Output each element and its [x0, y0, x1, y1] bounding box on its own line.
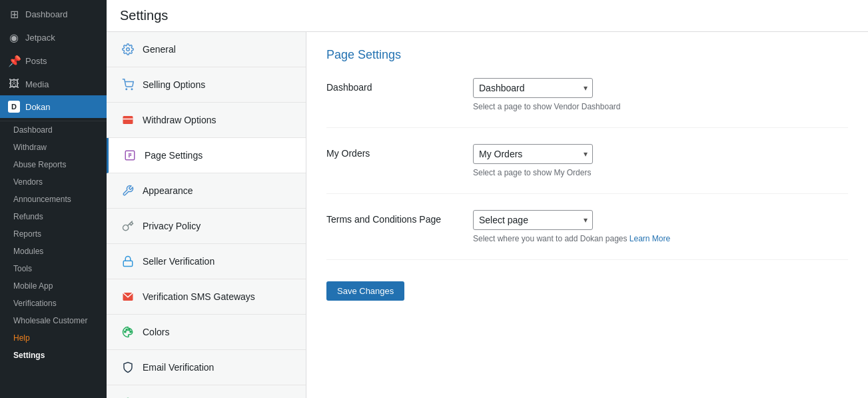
email-verification-icon — [120, 359, 136, 375]
svg-point-2 — [131, 89, 133, 90]
settings-nav: General Selling Options Withdraw Options — [107, 32, 306, 398]
sidebar-sub-settings[interactable]: Settings — [0, 347, 107, 364]
sidebar-item-dokan[interactable]: D Dokan — [0, 95, 107, 118]
settings-nav-seller-verification[interactable]: Seller Verification — [107, 244, 306, 279]
settings-nav-colors[interactable]: Colors — [107, 315, 306, 350]
content-area: General Selling Options Withdraw Options — [107, 32, 868, 398]
page-settings-label: Page Settings — [145, 150, 203, 161]
sidebar-item-media[interactable]: 🖼 Media — [0, 73, 107, 95]
sidebar-sub-verifications[interactable]: Verifications — [0, 295, 107, 312]
sidebar-sub-reports[interactable]: Reports — [0, 225, 107, 243]
page-title: Settings — [120, 8, 855, 23]
sidebar-item-dashboard-label: Dashboard — [25, 9, 68, 19]
privacy-icon — [120, 218, 136, 234]
sidebar-top-items: ⊞ Dashboard ◉ Jetpack 📌 Posts 🖼 Media D … — [0, 0, 107, 121]
settings-nav-social-api[interactable]: Social API — [107, 385, 306, 398]
general-label: General — [143, 44, 176, 55]
terms-select[interactable]: Select page Terms and Conditions Privacy… — [473, 210, 593, 230]
settings-content-panel: Page Settings Dashboard Dashboard My Acc… — [306, 32, 868, 398]
selling-options-label: Selling Options — [143, 79, 205, 90]
email-verification-label: Email Verification — [143, 362, 214, 373]
sidebar-item-jetpack[interactable]: ◉ Jetpack — [0, 26, 107, 49]
cart-icon — [120, 77, 136, 93]
verification-sms-label: Verification SMS Gateways — [143, 291, 255, 302]
dashboard-setting-row: Dashboard Dashboard My Account Shop Sele… — [326, 78, 848, 128]
terms-setting-label: Terms and Conditions Page — [326, 210, 473, 225]
sidebar-sub-items: Dashboard Withdraw Abuse Reports Vendors… — [0, 121, 107, 364]
sidebar-sub-wholesale-customer[interactable]: Wholesale Customer — [0, 312, 107, 329]
posts-icon: 📌 — [8, 55, 20, 67]
sidebar-sub-abuse-reports[interactable]: Abuse Reports — [0, 156, 107, 173]
settings-nav-email-verification[interactable]: Email Verification — [107, 350, 306, 385]
gear-icon — [120, 41, 136, 57]
sidebar-item-dokan-label: Dokan — [25, 102, 51, 112]
withdraw-icon — [120, 112, 136, 128]
settings-nav-selling-options[interactable]: Selling Options — [107, 67, 306, 103]
svg-point-1 — [126, 89, 127, 90]
svg-rect-8 — [123, 261, 133, 266]
privacy-policy-label: Privacy Policy — [143, 221, 201, 231]
settings-nav-verification-sms[interactable]: Verification SMS Gateways — [107, 279, 306, 315]
my-orders-setting-label: My Orders — [326, 144, 473, 159]
sidebar-sub-dashboard[interactable]: Dashboard — [0, 121, 107, 139]
terms-setting-control: Select page Terms and Conditions Privacy… — [473, 210, 848, 243]
svg-point-0 — [127, 48, 130, 51]
terms-select-wrapper: Select page Terms and Conditions Privacy… — [473, 210, 593, 230]
jetpack-icon: ◉ — [8, 31, 20, 44]
page-settings-title: Page Settings — [326, 48, 848, 62]
page-icon — [122, 147, 138, 163]
admin-sidebar: ⊞ Dashboard ◉ Jetpack 📌 Posts 🖼 Media D … — [0, 0, 107, 398]
terms-help-text: Select where you want to add Dokan pages… — [473, 234, 848, 243]
dashboard-setting-control: Dashboard My Account Shop Select a page … — [473, 78, 848, 111]
media-icon: 🖼 — [8, 78, 20, 90]
dashboard-icon: ⊞ — [8, 8, 20, 21]
sidebar-sub-withdraw[interactable]: Withdraw — [0, 139, 107, 156]
settings-nav-page-settings[interactable]: Page Settings — [107, 138, 306, 173]
sidebar-sub-refunds[interactable]: Refunds — [0, 208, 107, 225]
sidebar-item-dashboard[interactable]: ⊞ Dashboard — [0, 3, 107, 26]
settings-nav-privacy-policy[interactable]: Privacy Policy — [107, 209, 306, 244]
colors-label: Colors — [143, 327, 169, 337]
terms-help-text-content: Select where you want to add Dokan pages — [473, 234, 627, 243]
save-button-wrapper: Save Changes — [326, 276, 848, 301]
main-content: Settings General Selling Options — [107, 0, 868, 398]
sidebar-sub-mobile-app[interactable]: Mobile App — [0, 277, 107, 295]
settings-nav-general[interactable]: General — [107, 32, 306, 67]
dokan-icon: D — [8, 101, 20, 113]
appearance-icon — [120, 183, 136, 199]
svg-point-10 — [125, 331, 126, 333]
my-orders-setting-row: My Orders My Orders Dashboard Shop Selec… — [326, 144, 848, 194]
dashboard-select[interactable]: Dashboard My Account Shop — [473, 78, 593, 98]
svg-rect-3 — [123, 116, 133, 124]
sms-icon — [120, 289, 136, 305]
terms-setting-row: Terms and Conditions Page Select page Te… — [326, 210, 848, 260]
sidebar-item-posts-label: Posts — [25, 56, 47, 66]
sidebar-item-jetpack-label: Jetpack — [25, 33, 55, 43]
save-changes-button[interactable]: Save Changes — [326, 281, 404, 301]
sidebar-sub-vendors[interactable]: Vendors — [0, 173, 107, 191]
svg-point-11 — [126, 329, 127, 331]
sidebar-sub-announcements[interactable]: Announcements — [0, 191, 107, 208]
dashboard-select-wrapper: Dashboard My Account Shop — [473, 78, 593, 98]
sidebar-sub-modules[interactable]: Modules — [0, 243, 107, 260]
seller-verification-label: Seller Verification — [143, 256, 215, 267]
settings-nav-withdraw-options[interactable]: Withdraw Options — [107, 103, 306, 138]
page-title-bar: Settings — [107, 0, 868, 32]
sidebar-item-posts[interactable]: 📌 Posts — [0, 49, 107, 73]
sidebar-sub-tools[interactable]: Tools — [0, 260, 107, 277]
sidebar-sub-help[interactable]: Help — [0, 329, 107, 347]
colors-icon — [120, 324, 136, 340]
my-orders-select-wrapper: My Orders Dashboard Shop — [473, 144, 593, 164]
svg-point-12 — [129, 329, 130, 331]
settings-nav-appearance[interactable]: Appearance — [107, 173, 306, 209]
social-api-icon — [120, 395, 136, 398]
dashboard-help-text: Select a page to show Vendor Dashboard — [473, 102, 848, 111]
my-orders-setting-control: My Orders Dashboard Shop Select a page t… — [473, 144, 848, 177]
my-orders-select[interactable]: My Orders Dashboard Shop — [473, 144, 593, 164]
appearance-label: Appearance — [143, 185, 193, 196]
svg-point-13 — [130, 331, 131, 333]
learn-more-link[interactable]: Learn More — [630, 234, 670, 243]
sidebar-item-media-label: Media — [25, 79, 49, 89]
my-orders-help-text: Select a page to show My Orders — [473, 168, 848, 177]
seller-verification-icon — [120, 253, 136, 269]
